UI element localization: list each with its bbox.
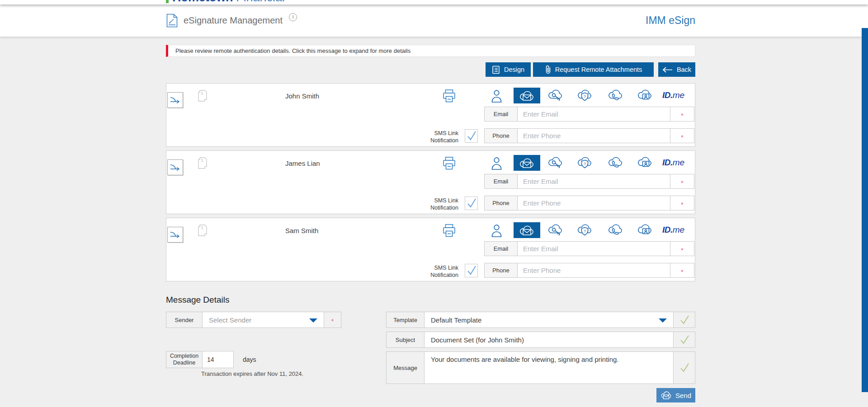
required-asterisk: *	[681, 203, 683, 206]
deadline-label-line2: Deadline	[173, 360, 195, 366]
idme-authentication-icon[interactable]: ID.me	[662, 225, 684, 235]
info-icon[interactable]: i	[289, 13, 297, 21]
security-question-authentication-icon[interactable]: ?	[577, 223, 593, 237]
template-valid-cell	[673, 312, 695, 327]
sender-select[interactable]: Select Sender	[203, 312, 324, 327]
sms-link-notification-checkbox[interactable]	[465, 129, 478, 143]
remote-email-delivery-selected[interactable]	[514, 155, 540, 171]
sender-field-row: Sender Select Sender *	[166, 312, 341, 328]
svg-text:?: ?	[584, 94, 586, 99]
in-person-signing-icon[interactable]	[491, 156, 502, 170]
phone-label: Phone	[485, 263, 518, 277]
required-asterisk: *	[331, 319, 334, 323]
message-label: Message	[387, 352, 425, 384]
phone-input[interactable]	[518, 129, 670, 143]
sms-link-notification-checkbox[interactable]	[465, 264, 478, 277]
email-required-cell: *	[670, 107, 694, 121]
document-count-icon[interactable]: 1	[197, 157, 208, 170]
phone-authentication-icon[interactable]	[608, 156, 623, 169]
email-label: Email	[485, 242, 518, 256]
subject-valid-cell	[673, 332, 695, 347]
access-code-authentication-icon[interactable]	[547, 223, 563, 236]
access-code-authentication-icon[interactable]	[547, 156, 563, 169]
email-field-row: Email *	[484, 174, 694, 189]
email-field-row: Email *	[484, 241, 694, 256]
access-code-authentication-icon[interactable]	[547, 89, 563, 102]
signing-order-button[interactable]	[167, 159, 183, 175]
email-label: Email	[485, 174, 518, 188]
recipient-list: 1 John Smith	[166, 83, 695, 281]
required-asterisk: *	[681, 181, 683, 185]
required-asterisk: *	[681, 114, 683, 117]
remote-email-delivery-selected[interactable]	[514, 88, 540, 103]
sender-select-value: Select Sender	[209, 316, 251, 324]
email-input[interactable]	[518, 242, 670, 256]
signing-order-button[interactable]	[167, 227, 183, 243]
phone-input[interactable]	[518, 196, 670, 210]
subject-field-row: Subject	[386, 332, 695, 348]
phone-label: Phone	[485, 129, 518, 143]
recipient-name: John Smith	[285, 92, 319, 100]
request-remote-attachments-label: Request Remote Attachments	[555, 66, 642, 73]
back-button[interactable]: Back	[658, 62, 695, 77]
phone-field-row: Phone *	[484, 196, 694, 211]
id-verification-icon[interactable]	[637, 156, 653, 169]
sms-link-notification-label: SMS Link Notification	[418, 264, 458, 279]
message-details-heading: Message Details	[166, 295, 695, 305]
deadline-label-line1: Completion	[170, 353, 198, 360]
idme-authentication-icon[interactable]: ID.me	[662, 90, 684, 100]
printer-icon[interactable]	[443, 156, 456, 170]
phone-authentication-icon[interactable]	[608, 89, 623, 102]
subject-input[interactable]	[431, 336, 667, 344]
required-asterisk: *	[681, 136, 683, 139]
document-count-icon[interactable]: 1	[197, 224, 208, 237]
email-required-cell: *	[670, 242, 694, 256]
send-button-label: Send	[675, 392, 691, 399]
document-count-icon[interactable]: 1	[197, 89, 208, 103]
phone-required-cell: *	[670, 263, 694, 277]
design-button-label: Design	[504, 66, 524, 73]
sms-link-notification-checkbox[interactable]	[465, 196, 478, 210]
phone-authentication-icon[interactable]	[608, 223, 623, 236]
message-details-section: Sender Select Sender * Completion Deadli…	[166, 312, 695, 403]
security-question-authentication-icon[interactable]: ?	[577, 156, 593, 169]
design-button[interactable]: Design	[486, 62, 531, 77]
deadline-days-input[interactable]: 14	[203, 351, 233, 368]
template-label: Template	[387, 312, 425, 327]
phone-field-row: Phone *	[484, 263, 694, 278]
sender-required-cell: *	[324, 312, 341, 327]
check-icon	[679, 314, 690, 325]
check-icon	[679, 334, 690, 345]
email-input[interactable]	[518, 107, 670, 121]
message-textarea[interactable]: Your documents are available for viewing…	[425, 352, 673, 384]
subject-label: Subject	[387, 332, 425, 347]
email-field-row: Email *	[484, 107, 694, 122]
chevron-down-icon	[309, 318, 317, 323]
back-arrow-icon	[662, 67, 673, 73]
notification-text: Please review remote authentication deta…	[175, 47, 410, 54]
logo-text-bold: Hometown	[172, 0, 233, 5]
email-input[interactable]	[518, 174, 670, 188]
phone-input[interactable]	[518, 263, 670, 277]
printer-icon[interactable]	[443, 89, 456, 103]
back-button-label: Back	[677, 66, 691, 73]
in-person-signing-icon[interactable]	[491, 224, 502, 238]
notification-banner[interactable]: Please review remote authentication deta…	[166, 45, 695, 57]
send-button[interactable]: Send	[656, 388, 695, 402]
in-person-signing-icon[interactable]	[491, 89, 502, 103]
printer-icon[interactable]	[443, 224, 456, 238]
sms-link-notification-label: SMS Link Notification	[418, 197, 458, 211]
idme-authentication-icon[interactable]: ID.me	[662, 158, 684, 168]
request-remote-attachments-button[interactable]: Request Remote Attachments	[533, 62, 654, 77]
logo-text-light: Financial	[236, 0, 285, 5]
security-question-authentication-icon[interactable]: ?	[577, 89, 593, 102]
template-select[interactable]: Default Template	[425, 312, 673, 327]
template-select-value: Default Template	[431, 316, 481, 324]
signing-order-button[interactable]	[167, 92, 183, 108]
paperclip-icon	[545, 65, 551, 74]
remote-email-delivery-selected[interactable]	[514, 222, 540, 238]
id-verification-icon[interactable]	[637, 223, 653, 236]
scrollbar-thumb[interactable]	[862, 28, 868, 392]
id-verification-icon[interactable]	[637, 89, 653, 102]
sms-link-notification-label: SMS Link Notification	[418, 130, 458, 144]
